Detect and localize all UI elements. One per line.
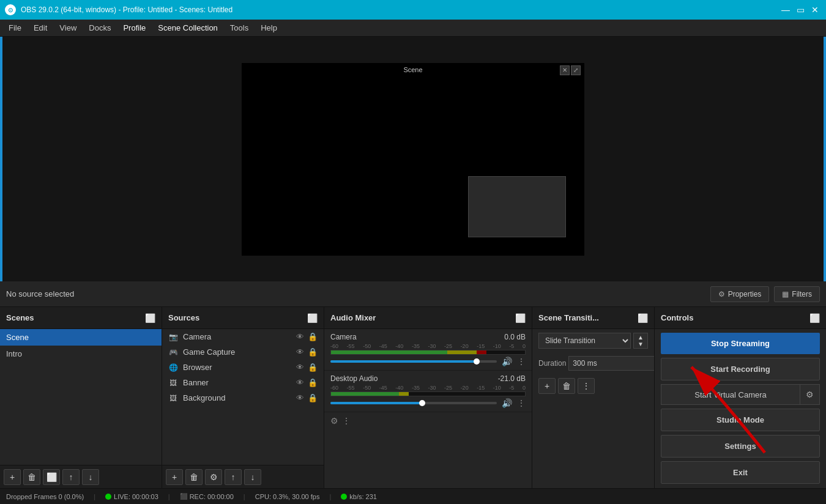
menu-help[interactable]: Help — [255, 21, 283, 35]
menu-view[interactable]: View — [53, 21, 83, 35]
scenes-filter-btn[interactable]: ⬜ — [43, 469, 60, 485]
source-item-game-capture[interactable]: 🎮 Game Capture 👁 🔒 — [162, 344, 324, 360]
audio-gear-btn[interactable]: ⚙ — [330, 416, 338, 426]
preview-resize-btn[interactable]: ⤢ — [571, 65, 581, 75]
source-item-camera[interactable]: 📷 Camera 👁 🔒 — [162, 329, 324, 344]
source-lock-btn-banner[interactable]: 🔒 — [308, 378, 318, 387]
meter-yellow-camera — [447, 350, 477, 354]
transition-spin[interactable]: ▲ ▼ — [633, 333, 648, 349]
studio-mode-button[interactable]: Studio Mode — [661, 409, 820, 431]
source-eye-btn-browser[interactable]: 👁 — [296, 363, 304, 372]
audio-meter-labels-camera: -60-55-50-45-40-35-30-25-20-15-10-50 — [330, 343, 526, 349]
scenes-up-btn[interactable]: ↑ — [62, 469, 80, 485]
duration-row: Duration ▲ ▼ — [532, 352, 654, 374]
start-recording-button[interactable]: Start Recording — [661, 358, 820, 380]
scene-item-intro[interactable]: Intro — [0, 346, 162, 362]
menu-edit[interactable]: Edit — [28, 21, 53, 35]
menu-file[interactable]: File — [2, 21, 28, 35]
source-eye-btn-camera[interactable]: 👁 — [296, 332, 304, 341]
source-eye-btn-background[interactable]: 👁 — [296, 393, 304, 402]
sources-add-btn[interactable]: + — [166, 469, 183, 485]
transitions-footer[interactable]: + 🗑 ⋮ — [532, 374, 654, 398]
audio-meter-fill-camera — [331, 350, 525, 354]
audio-settings-btn-camera[interactable]: ⋮ — [517, 357, 526, 366]
volume-thumb-desktop[interactable] — [419, 400, 425, 406]
source-lock-btn-browser[interactable]: 🔒 — [308, 363, 318, 372]
source-controls-game-capture[interactable]: 👁 🔒 — [296, 347, 318, 357]
source-controls-camera[interactable]: 👁 🔒 — [296, 332, 318, 341]
stop-streaming-button[interactable]: Stop Streaming — [661, 333, 820, 354]
mute-btn-camera[interactable]: 🔊 — [502, 357, 512, 366]
virtual-camera-settings-button[interactable]: ⚙ — [800, 384, 820, 405]
transitions-more-btn[interactable]: ⋮ — [578, 378, 595, 394]
sources-panel-title: Sources — [168, 313, 199, 322]
audio-settings-btn-desktop[interactable]: ⋮ — [517, 398, 526, 408]
controls-panel-header: Controls ⬜ — [655, 307, 826, 329]
source-item-background[interactable]: 🖼 Background 👁 🔒 — [162, 390, 324, 406]
sources-panel-icons[interactable]: ⬜ — [307, 313, 318, 324]
scene-item-scene[interactable]: Scene — [0, 329, 162, 346]
sources-up-btn[interactable]: ↑ — [225, 469, 242, 485]
audio-meter-bar-camera — [330, 350, 526, 355]
banner-icon: 🖼 — [168, 379, 178, 387]
sources-settings-btn[interactable]: ⚙ — [205, 469, 222, 485]
duration-input[interactable] — [568, 356, 654, 371]
source-eye-btn-game-capture[interactable]: 👁 — [296, 347, 304, 357]
scenes-add-btn[interactable]: + — [4, 469, 21, 485]
maximize-button[interactable]: ▭ — [794, 4, 806, 16]
source-controls-banner[interactable]: 👁 🔒 — [296, 378, 318, 387]
source-lock-btn-game-capture[interactable]: 🔒 — [308, 347, 318, 357]
menu-scene-collection[interactable]: Scene Collection — [152, 21, 224, 35]
transitions-panel-icons[interactable]: ⬜ — [637, 313, 648, 324]
start-virtual-camera-button[interactable]: Start Virtual Camera — [661, 384, 800, 405]
audio-panel-icons[interactable]: ⬜ — [515, 313, 526, 324]
source-name-game-capture: Game Capture — [183, 347, 235, 357]
sources-panel-maximize-btn[interactable]: ⬜ — [307, 313, 318, 324]
audio-panel-maximize-btn[interactable]: ⬜ — [515, 313, 526, 324]
scenes-panel-icons[interactable]: ⬜ — [144, 313, 155, 324]
source-item-banner[interactable]: 🖼 Banner 👁 🔒 — [162, 375, 324, 390]
source-controls-background[interactable]: 👁 🔒 — [296, 393, 318, 402]
scenes-down-btn[interactable]: ↓ — [82, 469, 99, 485]
sources-down-btn[interactable]: ↓ — [244, 469, 261, 485]
settings-button[interactable]: Settings — [661, 435, 820, 458]
close-button[interactable]: ✕ — [809, 4, 821, 16]
preview-canvas[interactable]: Scene ✕ ⤢ — [242, 63, 584, 256]
minimize-button[interactable]: — — [779, 4, 792, 16]
filters-button[interactable]: ▦ Filters — [774, 286, 820, 302]
source-lock-btn-background[interactable]: 🔒 — [308, 393, 318, 402]
title-bar-left: ⊙ OBS 29.0.2 (64-bit, windows) - Profile… — [5, 4, 233, 15]
volume-slider-desktop[interactable] — [330, 402, 497, 404]
scenes-panel-maximize-btn[interactable]: ⬜ — [144, 313, 155, 324]
source-controls-browser[interactable]: 👁 🔒 — [296, 363, 318, 372]
properties-button[interactable]: ⚙ Properties — [710, 286, 770, 302]
sources-footer[interactable]: + 🗑 ⚙ ↑ ↓ — [162, 465, 324, 488]
source-item-browser[interactable]: 🌐 Browser 👁 🔒 — [162, 360, 324, 375]
volume-slider-camera[interactable] — [330, 360, 497, 363]
audio-more-btn[interactable]: ⋮ — [342, 416, 351, 426]
menu-profile[interactable]: Profile — [117, 21, 152, 35]
source-eye-btn-banner[interactable]: 👁 — [296, 378, 304, 387]
transitions-delete-btn[interactable]: 🗑 — [558, 378, 575, 394]
audio-footer-icons[interactable]: ⚙ ⋮ — [330, 416, 526, 426]
controls-panel-maximize-btn[interactable]: ⬜ — [809, 313, 820, 324]
menu-docks[interactable]: Docks — [83, 21, 117, 35]
volume-thumb-camera[interactable] — [474, 358, 480, 365]
exit-button[interactable]: Exit — [661, 461, 820, 484]
transitions-add-btn[interactable]: + — [538, 378, 556, 394]
preview-close-btns[interactable]: ✕ ⤢ — [560, 65, 581, 75]
transition-select[interactable]: Slide Transition — [538, 333, 631, 349]
menu-tools[interactable]: Tools — [224, 21, 255, 35]
scenes-footer[interactable]: + 🗑 ⬜ ↑ ↓ — [0, 465, 162, 488]
audio-meter-labels-desktop: -60-55-50-45-40-35-30-25-20-15-10-50 — [330, 385, 526, 391]
scenes-delete-btn[interactable]: 🗑 — [23, 469, 40, 485]
preview-close-btn[interactable]: ✕ — [560, 65, 570, 75]
controls-panel-icons[interactable]: ⬜ — [809, 313, 820, 324]
source-lock-btn-camera[interactable]: 🔒 — [308, 332, 318, 341]
transitions-panel-maximize-btn[interactable]: ⬜ — [637, 313, 648, 324]
window-controls[interactable]: — ▭ ✕ — [779, 4, 821, 16]
sources-delete-btn[interactable]: 🗑 — [185, 469, 203, 485]
mute-btn-desktop[interactable]: 🔊 — [502, 398, 512, 408]
sources-panel-header: Sources ⬜ — [162, 307, 324, 329]
title-text: OBS 29.0.2 (64-bit, windows) - Profile: … — [21, 6, 233, 14]
